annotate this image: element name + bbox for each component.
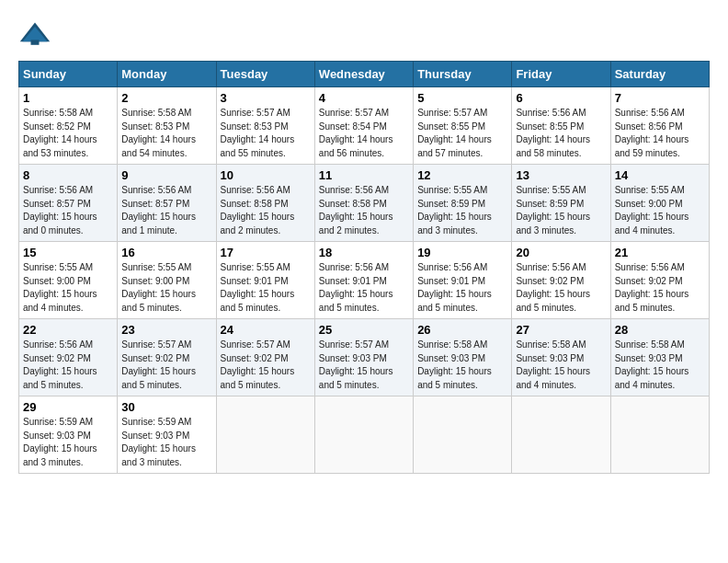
day-info: Sunrise: 5:55 AM Sunset: 8:59 PM Dayligh…: [516, 184, 606, 237]
day-info: Sunrise: 5:55 AM Sunset: 8:59 PM Dayligh…: [417, 184, 507, 237]
day-info: Sunrise: 5:56 AM Sunset: 9:02 PM Dayligh…: [615, 261, 705, 315]
day-info: Sunrise: 5:57 AM Sunset: 8:54 PM Dayligh…: [319, 107, 409, 160]
day-number: 20: [516, 246, 606, 259]
day-info: Sunrise: 5:58 AM Sunset: 8:53 PM Dayligh…: [121, 107, 211, 160]
day-info: Sunrise: 5:57 AM Sunset: 9:03 PM Dayligh…: [319, 339, 409, 392]
calendar-cell: 4Sunrise: 5:57 AM Sunset: 8:54 PM Daylig…: [314, 87, 413, 165]
calendar-cell: 10Sunrise: 5:56 AM Sunset: 8:58 PM Dayli…: [216, 165, 314, 242]
calendar-table: SundayMondayTuesdayWednesdayThursdayFrid…: [18, 61, 710, 474]
day-number: 30: [121, 400, 211, 414]
calendar-cell: 15Sunrise: 5:55 AM Sunset: 9:00 PM Dayli…: [19, 242, 118, 319]
day-info: Sunrise: 5:57 AM Sunset: 9:02 PM Dayligh…: [221, 339, 311, 392]
day-number: 15: [23, 246, 113, 259]
day-info: Sunrise: 5:56 AM Sunset: 8:57 PM Dayligh…: [23, 184, 113, 237]
calendar-cell: 28Sunrise: 5:58 AM Sunset: 9:03 PM Dayli…: [610, 319, 709, 396]
svg-rect-2: [31, 40, 40, 44]
week-row-3: 15Sunrise: 5:55 AM Sunset: 9:00 PM Dayli…: [19, 242, 710, 319]
day-info: Sunrise: 5:55 AM Sunset: 9:01 PM Dayligh…: [221, 261, 311, 315]
day-info: Sunrise: 5:56 AM Sunset: 8:58 PM Dayligh…: [319, 184, 409, 237]
calendar-cell: 9Sunrise: 5:56 AM Sunset: 8:57 PM Daylig…: [118, 165, 216, 242]
calendar-cell: 26Sunrise: 5:58 AM Sunset: 9:03 PM Dayli…: [414, 319, 512, 396]
day-info: Sunrise: 5:56 AM Sunset: 8:55 PM Dayligh…: [516, 107, 606, 160]
calendar-cell: 27Sunrise: 5:58 AM Sunset: 9:03 PM Dayli…: [512, 319, 610, 396]
calendar-cell: 19Sunrise: 5:56 AM Sunset: 9:01 PM Dayli…: [414, 242, 512, 319]
calendar-cell: [512, 396, 610, 474]
calendar-cell: 5Sunrise: 5:57 AM Sunset: 8:55 PM Daylig…: [414, 87, 512, 165]
day-number: 8: [23, 168, 113, 182]
day-info: Sunrise: 5:58 AM Sunset: 9:03 PM Dayligh…: [615, 339, 705, 392]
calendar-cell: 3Sunrise: 5:57 AM Sunset: 8:53 PM Daylig…: [216, 87, 314, 165]
day-info: Sunrise: 5:57 AM Sunset: 8:55 PM Dayligh…: [417, 107, 507, 160]
calendar-cell: 11Sunrise: 5:56 AM Sunset: 8:58 PM Dayli…: [314, 165, 413, 242]
calendar-cell: 29Sunrise: 5:59 AM Sunset: 9:03 PM Dayli…: [19, 396, 118, 474]
day-number: 27: [516, 323, 606, 337]
day-number: 3: [221, 91, 311, 105]
calendar-cell: 13Sunrise: 5:55 AM Sunset: 8:59 PM Dayli…: [512, 165, 610, 242]
day-info: Sunrise: 5:56 AM Sunset: 9:02 PM Dayligh…: [516, 261, 606, 315]
calendar-cell: 17Sunrise: 5:55 AM Sunset: 9:01 PM Dayli…: [216, 242, 314, 319]
calendar-cell: 6Sunrise: 5:56 AM Sunset: 8:55 PM Daylig…: [512, 87, 610, 165]
day-info: Sunrise: 5:56 AM Sunset: 9:01 PM Dayligh…: [417, 261, 507, 315]
day-info: Sunrise: 5:56 AM Sunset: 8:57 PM Dayligh…: [121, 184, 211, 237]
day-number: 22: [23, 323, 113, 337]
header-tuesday: Tuesday: [216, 62, 314, 87]
day-info: Sunrise: 5:58 AM Sunset: 8:52 PM Dayligh…: [23, 107, 113, 160]
day-info: Sunrise: 5:59 AM Sunset: 9:03 PM Dayligh…: [23, 416, 113, 469]
day-info: Sunrise: 5:55 AM Sunset: 9:00 PM Dayligh…: [121, 261, 211, 315]
logo-icon: [18, 18, 51, 52]
header-friday: Friday: [512, 62, 610, 87]
day-number: 29: [23, 400, 113, 414]
day-info: Sunrise: 5:58 AM Sunset: 9:03 PM Dayligh…: [417, 339, 507, 392]
day-number: 23: [121, 323, 211, 337]
calendar-cell: 24Sunrise: 5:57 AM Sunset: 9:02 PM Dayli…: [216, 319, 314, 396]
day-number: 21: [615, 246, 705, 259]
calendar-cell: 2Sunrise: 5:58 AM Sunset: 8:53 PM Daylig…: [118, 87, 216, 165]
calendar-cell: 7Sunrise: 5:56 AM Sunset: 8:56 PM Daylig…: [610, 87, 709, 165]
day-number: 5: [417, 91, 507, 105]
logo: [18, 18, 57, 52]
header-saturday: Saturday: [610, 62, 709, 87]
day-number: 7: [615, 91, 705, 105]
day-number: 9: [121, 168, 211, 182]
day-number: 14: [615, 168, 705, 182]
calendar-cell: 22Sunrise: 5:56 AM Sunset: 9:02 PM Dayli…: [19, 319, 118, 396]
calendar-cell: 18Sunrise: 5:56 AM Sunset: 9:01 PM Dayli…: [314, 242, 413, 319]
day-number: 25: [319, 323, 409, 337]
day-number: 6: [516, 91, 606, 105]
calendar-cell: 20Sunrise: 5:56 AM Sunset: 9:02 PM Dayli…: [512, 242, 610, 319]
day-number: 26: [417, 323, 507, 337]
calendar-cell: 23Sunrise: 5:57 AM Sunset: 9:02 PM Dayli…: [118, 319, 216, 396]
day-info: Sunrise: 5:56 AM Sunset: 9:02 PM Dayligh…: [23, 339, 113, 392]
header-monday: Monday: [118, 62, 216, 87]
day-info: Sunrise: 5:57 AM Sunset: 8:53 PM Dayligh…: [221, 107, 311, 160]
calendar-cell: [314, 396, 413, 474]
day-number: 10: [221, 168, 311, 182]
day-info: Sunrise: 5:55 AM Sunset: 9:00 PM Dayligh…: [23, 261, 113, 315]
day-number: 11: [319, 168, 409, 182]
day-number: 2: [121, 91, 211, 105]
calendar-cell: 25Sunrise: 5:57 AM Sunset: 9:03 PM Dayli…: [314, 319, 413, 396]
day-number: 17: [221, 246, 311, 259]
calendar-cell: 12Sunrise: 5:55 AM Sunset: 8:59 PM Dayli…: [414, 165, 512, 242]
calendar-cell: [216, 396, 314, 474]
week-row-1: 1Sunrise: 5:58 AM Sunset: 8:52 PM Daylig…: [19, 87, 710, 165]
day-number: 28: [615, 323, 705, 337]
day-info: Sunrise: 5:55 AM Sunset: 9:00 PM Dayligh…: [615, 184, 705, 237]
calendar-cell: 21Sunrise: 5:56 AM Sunset: 9:02 PM Dayli…: [610, 242, 709, 319]
day-info: Sunrise: 5:57 AM Sunset: 9:02 PM Dayligh…: [121, 339, 211, 392]
header-thursday: Thursday: [414, 62, 512, 87]
day-number: 4: [319, 91, 409, 105]
day-number: 12: [417, 168, 507, 182]
calendar-cell: [414, 396, 512, 474]
day-number: 1: [23, 91, 113, 105]
calendar-cell: 16Sunrise: 5:55 AM Sunset: 9:00 PM Dayli…: [118, 242, 216, 319]
day-number: 19: [417, 246, 507, 259]
calendar-cell: 8Sunrise: 5:56 AM Sunset: 8:57 PM Daylig…: [19, 165, 118, 242]
day-number: 16: [121, 246, 211, 259]
day-info: Sunrise: 5:56 AM Sunset: 8:56 PM Dayligh…: [615, 107, 705, 160]
header-row: SundayMondayTuesdayWednesdayThursdayFrid…: [19, 62, 710, 87]
day-info: Sunrise: 5:56 AM Sunset: 9:01 PM Dayligh…: [319, 261, 409, 315]
day-number: 24: [221, 323, 311, 337]
week-row-2: 8Sunrise: 5:56 AM Sunset: 8:57 PM Daylig…: [19, 165, 710, 242]
calendar-cell: 1Sunrise: 5:58 AM Sunset: 8:52 PM Daylig…: [19, 87, 118, 165]
